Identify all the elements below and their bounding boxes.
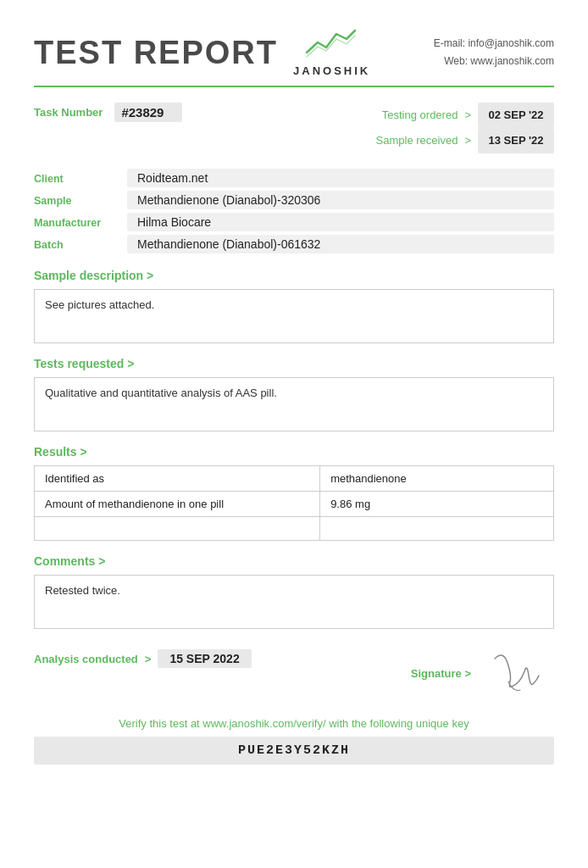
sample-description-text: See pictures attached.: [45, 298, 154, 311]
verify-text: Verify this test at www.janoshik.com/ver…: [34, 717, 554, 730]
analysis-arrow: >: [145, 653, 152, 665]
header-email: E-mail: info@janoshik.com: [434, 35, 554, 52]
analysis-date: 15 SEP 2022: [158, 649, 251, 668]
analysis-left: Analysis conducted > 15 SEP 2022: [34, 649, 252, 668]
tests-requested-header: Tests requested >: [34, 357, 554, 370]
tests-requested-text: Qualitative and quantitative analysis of…: [45, 387, 277, 399]
sample-value: Methandienone (Dianabol)-320306: [127, 191, 554, 209]
header-divider: [34, 86, 554, 87]
batch-row: Batch Methandienone (Dianabol)-061632: [34, 235, 554, 253]
client-row: Client Roidteam.net: [34, 169, 554, 187]
result-col1: Amount of methandienone in one pill: [35, 492, 320, 517]
info-grid: Client Roidteam.net Sample Methandienone…: [34, 169, 554, 253]
testing-ordered-row: Testing ordered > 02 SEP '22: [376, 103, 554, 128]
comments-box: Retested twice.: [34, 575, 554, 629]
received-label: Sample received: [376, 130, 458, 152]
result-col2: 9.86 mg: [320, 492, 554, 517]
header-contact: E-mail: info@janoshik.com Web: www.janos…: [434, 35, 554, 70]
comments-text: Retested twice.: [45, 584, 120, 597]
comments-header: Comments >: [34, 554, 554, 568]
signature-icon: [478, 646, 554, 697]
table-row: [35, 517, 554, 541]
analysis-label: Analysis conducted: [34, 653, 138, 665]
page-title: TEST REPORT: [34, 36, 278, 69]
client-label: Client: [34, 173, 127, 185]
sample-description-box: See pictures attached.: [34, 289, 554, 343]
task-number-label: Task Number: [34, 106, 103, 119]
logo-area: JANOSHIK: [293, 27, 370, 77]
sample-row: Sample Methandienone (Dianabol)-320306: [34, 191, 554, 209]
logo-icon: [302, 27, 362, 63]
result-col1: [35, 517, 320, 541]
task-left: Task Number #23829: [34, 103, 182, 122]
manufacturer-row: Manufacturer Hilma Biocare: [34, 213, 554, 231]
results-table: Identified asmethandienoneAmount of meth…: [34, 465, 554, 541]
result-col2: methandienone: [320, 466, 554, 492]
logo-text: JANOSHIK: [293, 64, 370, 77]
results-header: Results >: [34, 445, 554, 459]
manufacturer-value: Hilma Biocare: [127, 213, 554, 231]
header-left: TEST REPORT JANOSHIK: [34, 27, 370, 77]
task-number-value: #23829: [114, 103, 182, 122]
sample-description-header: Sample description >: [34, 269, 554, 282]
verify-key: PUE2E3Y52KZH: [34, 737, 554, 765]
dates-right: Testing ordered > 02 SEP '22 Sample rece…: [376, 103, 554, 153]
table-row: Identified asmethandienone: [35, 466, 554, 492]
ordered-label: Testing ordered: [382, 104, 458, 126]
ordered-arrow: >: [464, 104, 471, 126]
sample-received-row: Sample received > 13 SEP '22: [376, 128, 554, 153]
batch-label: Batch: [34, 239, 127, 251]
task-row: Task Number #23829 Testing ordered > 02 …: [34, 103, 554, 153]
page-header: TEST REPORT JANOSHIK E-mail: info@janosh…: [34, 27, 554, 77]
result-col1: Identified as: [35, 466, 320, 492]
tests-requested-box: Qualitative and quantitative analysis of…: [34, 377, 554, 431]
signature-area: Signature >: [411, 649, 554, 697]
header-web: Web: www.janoshik.com: [434, 53, 554, 70]
signature-label: Signature >: [411, 667, 471, 680]
client-value: Roidteam.net: [127, 169, 554, 187]
manufacturer-label: Manufacturer: [34, 217, 127, 229]
result-col2: [320, 517, 554, 541]
received-value: 13 SEP '22: [478, 128, 554, 153]
table-row: Amount of methandienone in one pill9.86 …: [35, 492, 554, 517]
ordered-value: 02 SEP '22: [478, 103, 554, 128]
analysis-date-row: Analysis conducted > 15 SEP 2022: [34, 649, 252, 668]
sample-label: Sample: [34, 195, 127, 207]
bottom-row: Analysis conducted > 15 SEP 2022 Signatu…: [34, 649, 554, 697]
batch-value: Methandienone (Dianabol)-061632: [127, 235, 554, 253]
received-arrow: >: [464, 130, 471, 152]
